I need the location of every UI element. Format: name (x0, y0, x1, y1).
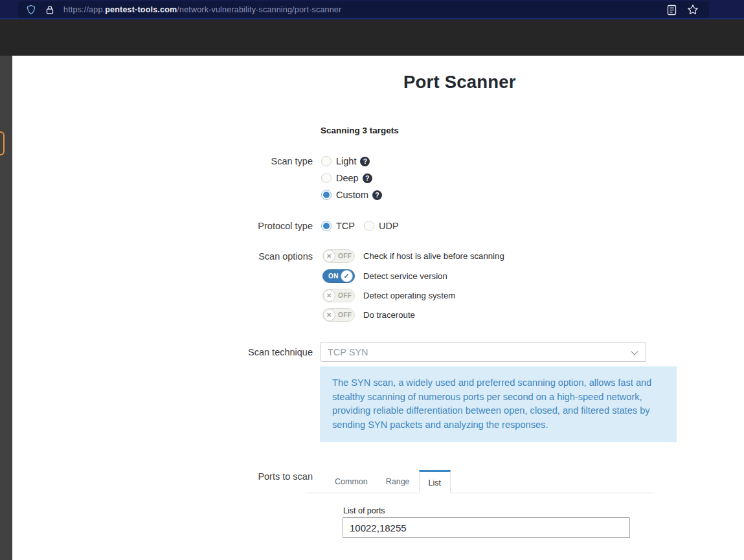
toggle-host-alive[interactable]: ✕ OFF (322, 249, 355, 263)
toggle-traceroute[interactable]: ✕ OFF (322, 308, 355, 322)
url-bar[interactable]: https://app.pentest-tools.com/network-vu… (18, 1, 709, 18)
tab-list[interactable]: List (419, 470, 451, 493)
protocol-type-label: Protocol type (170, 221, 313, 232)
list-of-ports-label: List of ports (343, 506, 385, 515)
tab-common[interactable]: Common (326, 470, 377, 493)
radio-light[interactable] (321, 156, 332, 166)
browser-toolbar: https://app.pentest-tools.com/network-vu… (0, 0, 744, 19)
toggle-row-detect-os: ✕ OFF Detect operating system (322, 289, 455, 302)
scan-type-label: Scan type (170, 156, 313, 167)
lock-icon[interactable] (45, 5, 54, 15)
help-icon[interactable]: ? (360, 157, 370, 166)
scan-type-option-light[interactable]: Light ? (321, 156, 370, 166)
toggle-state-text: ON (328, 273, 339, 280)
ports-to-scan-label: Ports to scan (170, 471, 313, 482)
chevron-down-icon (631, 348, 638, 355)
toggle-detect-os[interactable]: ✕ OFF (322, 289, 355, 302)
toggle-x-icon: ✕ (323, 289, 335, 302)
scan-status: Scanning 3 targets (321, 126, 399, 135)
help-icon[interactable]: ? (372, 190, 382, 200)
radio-custom[interactable] (321, 190, 332, 200)
scan-type-option-custom[interactable]: Custom ? (321, 190, 382, 200)
url-domain: pentest-tools.com (105, 5, 177, 14)
bookmark-star-icon[interactable] (687, 4, 699, 16)
url-scheme: https://app. (63, 5, 105, 14)
scan-technique-description: The SYN scan, a widely used and preferre… (320, 366, 677, 442)
toggle-traceroute-label: Do traceroute (363, 310, 415, 320)
url-path: /network-vulnerability-scanning/port-sca… (177, 5, 341, 14)
toggle-row-host-alive: ✕ OFF Check if host is alive before scan… (322, 249, 504, 263)
toggle-state-text: OFF (338, 252, 352, 260)
main-content: Port Scanner Scanning 3 targets Scan typ… (12, 56, 744, 560)
sidebar-active-marker[interactable] (0, 131, 5, 155)
toggle-row-service-version: ON ✓ Detect service version (322, 269, 447, 283)
radio-udp-label: UDP (379, 221, 399, 231)
toggle-host-alive-label: Check if host is alive before scanning (363, 251, 504, 261)
radio-custom-label: Custom (336, 190, 368, 200)
browser-window: https://app.pentest-tools.com/network-vu… (0, 0, 744, 560)
scan-technique-select[interactable]: TCP SYN (321, 342, 646, 362)
radio-tcp-label: TCP (336, 221, 355, 231)
list-of-ports-input[interactable] (343, 517, 630, 538)
tab-range[interactable]: Range (377, 470, 419, 493)
scan-options-label: Scan options (170, 251, 313, 262)
radio-light-label: Light (336, 156, 356, 166)
ports-tabbar: Common Range List (306, 470, 654, 493)
toggle-x-icon: ✕ (323, 309, 335, 321)
scan-technique-label: Scan technique (170, 347, 313, 358)
toolbar-actions (667, 4, 699, 16)
scan-type-option-deep[interactable]: Deep ? (321, 173, 372, 183)
url-text: https://app.pentest-tools.com/network-vu… (63, 5, 667, 14)
help-icon[interactable]: ? (363, 174, 372, 183)
shield-icon[interactable] (26, 5, 36, 15)
toggle-state-text: OFF (338, 311, 352, 319)
radio-tcp[interactable] (321, 221, 332, 231)
app-header (0, 19, 744, 56)
scan-technique-value: TCP SYN (328, 347, 368, 357)
reader-mode-icon[interactable] (667, 5, 677, 16)
toggle-state-text: OFF (338, 292, 352, 299)
toggle-detect-os-label: Detect operating system (363, 291, 455, 300)
toggle-service-version-label: Detect service version (363, 271, 447, 281)
toggle-x-icon: ✕ (323, 250, 335, 262)
toggle-row-traceroute: ✕ OFF Do traceroute (322, 308, 415, 322)
toggle-service-version[interactable]: ON ✓ (322, 269, 355, 283)
radio-deep-label: Deep (336, 173, 359, 183)
toggle-check-icon: ✓ (341, 270, 353, 282)
protocol-type-options: TCP UDP (321, 221, 399, 231)
radio-deep[interactable] (321, 173, 332, 183)
radio-udp[interactable] (364, 221, 374, 231)
page-title: Port Scanner (403, 72, 516, 93)
collapsed-sidebar[interactable] (0, 56, 12, 560)
